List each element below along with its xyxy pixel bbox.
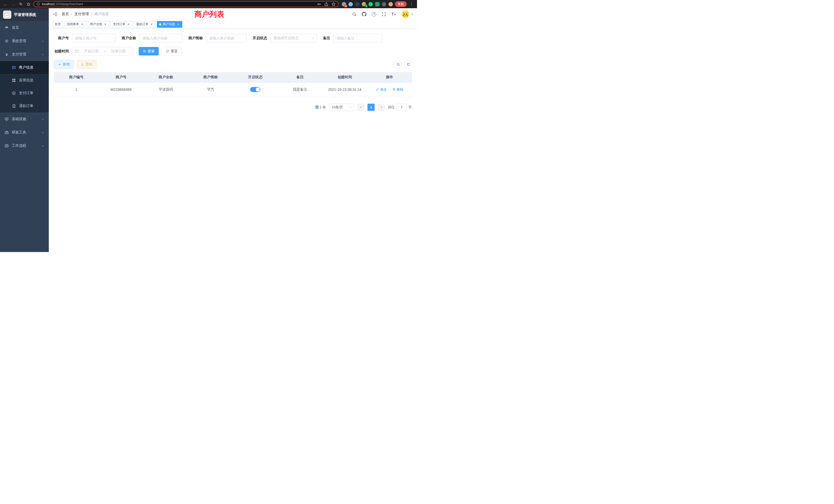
- bookmark-star-icon[interactable]: [331, 2, 336, 6]
- share-icon[interactable]: [324, 2, 328, 6]
- pagination-total: 共1条: [315, 105, 326, 110]
- close-icon[interactable]: ×: [80, 23, 84, 26]
- sidebar-item-pay-order[interactable]: 支付订单: [0, 87, 49, 99]
- chevron-up-icon: [41, 53, 44, 56]
- document-icon: [12, 104, 16, 108]
- col-actions: 操作: [367, 72, 412, 83]
- browser-menu-kebab-icon[interactable]: ⋮: [409, 1, 414, 7]
- extension-icon-green-circle[interactable]: [369, 2, 373, 6]
- tab-pay-order[interactable]: 支付订单×: [111, 21, 132, 28]
- sidebar-item-system[interactable]: 系统管理: [0, 35, 49, 48]
- extension-icon-green-square[interactable]: [375, 2, 379, 6]
- navbar-actions: ? ▾: [352, 10, 413, 18]
- password-key-icon[interactable]: [317, 2, 321, 6]
- dashboard-icon: [5, 26, 9, 30]
- sidebar-item-home[interactable]: 首页: [0, 21, 49, 35]
- export-button[interactable]: 导出: [77, 60, 96, 69]
- col-merchant-no: 商户号: [98, 72, 143, 83]
- browser-update-button[interactable]: 更新: [395, 1, 407, 7]
- goto-page-input[interactable]: [396, 104, 407, 111]
- extensions-area: 10 1: [342, 2, 393, 6]
- cell-status: [233, 83, 278, 97]
- sidebar-item-merchant-info[interactable]: 商户信息: [0, 61, 49, 74]
- extension-icon-blue[interactable]: [348, 2, 353, 6]
- create-time-range-picker[interactable]: 开始日期 - 结束日期: [72, 47, 132, 55]
- gear-icon: [5, 39, 9, 43]
- breadcrumb-separator: /: [91, 12, 92, 16]
- merchant-no-input[interactable]: [72, 34, 115, 42]
- search-button[interactable]: 搜索: [139, 47, 159, 55]
- prev-page-button[interactable]: [357, 104, 364, 111]
- download-icon: [81, 63, 84, 66]
- sidebar-item-refund-order[interactable]: 退款订单: [0, 99, 49, 112]
- sidebar-item-payment[interactable]: ¥ 支付管理: [0, 48, 49, 61]
- table-toolbar: 新增 导出: [54, 60, 412, 69]
- close-icon[interactable]: ×: [104, 23, 107, 26]
- range-separator: -: [104, 49, 106, 53]
- forward-button[interactable]: →: [10, 1, 16, 7]
- status-toggle[interactable]: [250, 87, 260, 92]
- tab-user-group[interactable]: 用户分组×: [88, 21, 109, 28]
- extension-puzzle-icon[interactable]: 10: [342, 2, 346, 6]
- merchant-short-input[interactable]: [206, 34, 246, 42]
- extension-icon-dark[interactable]: [355, 2, 359, 6]
- close-icon[interactable]: ×: [127, 23, 130, 26]
- tab-flow-form[interactable]: 流程表单×: [64, 21, 86, 28]
- github-icon[interactable]: [362, 12, 367, 17]
- extension-icon-avatar[interactable]: 1: [362, 2, 366, 6]
- back-button[interactable]: ←: [3, 1, 8, 7]
- font-size-icon[interactable]: [391, 12, 396, 16]
- sidebar-item-workflow[interactable]: 工作流程: [0, 139, 49, 153]
- chevron-down-icon: [349, 106, 352, 109]
- close-icon[interactable]: ×: [176, 23, 180, 26]
- tab-merchant-info[interactable]: 商户信息×: [157, 21, 182, 28]
- merchant-name-input[interactable]: [139, 34, 182, 42]
- status-select[interactable]: 请选择开启状态: [270, 34, 317, 42]
- remark-input[interactable]: [333, 34, 382, 42]
- breadcrumb-payment[interactable]: 支付管理: [74, 12, 89, 17]
- app-logo[interactable]: 芋道管理系统: [0, 8, 49, 21]
- fullscreen-icon[interactable]: [381, 12, 386, 17]
- sidebar-item-dev-tools[interactable]: 研发工具: [0, 126, 49, 139]
- briefcase-icon: [5, 144, 9, 148]
- cell-remark: 我是备注: [278, 83, 322, 97]
- page-number-1[interactable]: 1: [368, 104, 375, 111]
- add-button[interactable]: 新增: [54, 60, 74, 69]
- sidebar-item-label: 首页: [12, 25, 19, 30]
- site-info-icon[interactable]: [37, 2, 40, 6]
- pikachu-avatar-icon: [401, 10, 409, 18]
- help-icon[interactable]: ?: [372, 12, 376, 17]
- sidebar-item-app-info[interactable]: 应用信息: [0, 74, 49, 87]
- col-merchant-short: 商户简称: [188, 72, 233, 83]
- user-avatar[interactable]: [401, 10, 409, 18]
- extension-icon-pinwheel[interactable]: [382, 2, 386, 6]
- tab-home[interactable]: 首页: [52, 21, 63, 28]
- page-size-select[interactable]: 10条/页: [329, 104, 354, 111]
- app-title: 芋道管理系统: [14, 12, 36, 17]
- chevron-down-icon: [311, 37, 314, 40]
- edit-button[interactable]: 修改: [376, 87, 387, 92]
- address-bar[interactable]: localhost:1024/pay/merchant: [34, 1, 339, 7]
- toggle-search-icon-button[interactable]: [394, 61, 402, 68]
- yen-icon: ¥: [5, 52, 9, 56]
- close-icon[interactable]: ×: [150, 23, 153, 26]
- header-search-icon[interactable]: [352, 12, 356, 17]
- refresh-table-button[interactable]: [404, 61, 412, 68]
- next-page-button[interactable]: [378, 104, 385, 111]
- sidebar-item-infrastructure[interactable]: 基础设施: [0, 112, 49, 126]
- reset-button[interactable]: 重置: [162, 47, 182, 55]
- merchant-no-label: 商户号: [54, 36, 69, 41]
- tab-refund-order[interactable]: 退款订单×: [134, 21, 156, 28]
- cell-merchant-no: M233666999: [98, 83, 143, 97]
- merchant-short-label: 商户简称: [189, 36, 203, 41]
- breadcrumb-home[interactable]: 首页: [62, 12, 69, 17]
- tags-view: 首页 流程表单× 用户分组× 支付订单× 退款订单× 商户信息×: [49, 20, 417, 29]
- home-button[interactable]: [26, 1, 31, 7]
- sidebar-fold-icon[interactable]: [53, 12, 58, 16]
- reload-button[interactable]: ↻: [18, 1, 24, 7]
- pagination-goto: 前往 页: [388, 104, 412, 111]
- refresh-icon: [166, 49, 169, 53]
- delete-button[interactable]: 删除: [392, 87, 403, 92]
- avatar-caret-icon[interactable]: ▾: [411, 13, 413, 16]
- extension-icon-profile[interactable]: [389, 2, 393, 6]
